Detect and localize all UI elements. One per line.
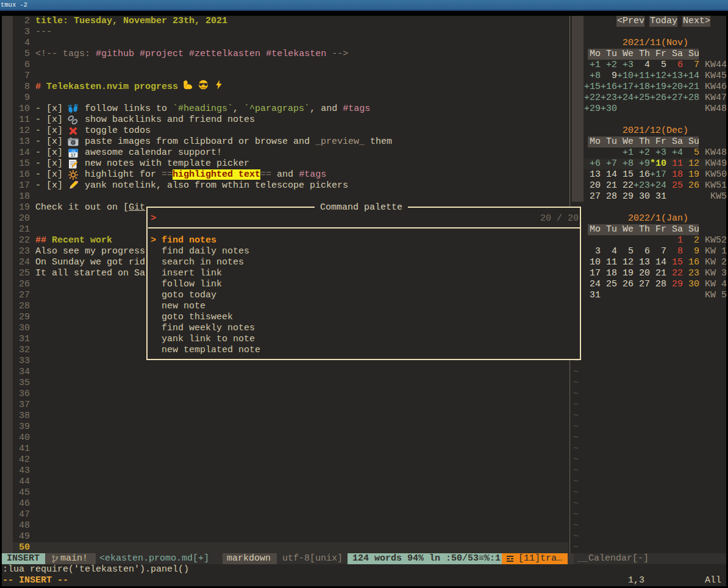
svg-text:July: July bbox=[71, 149, 75, 152]
svg-text:17: 17 bbox=[71, 153, 76, 157]
